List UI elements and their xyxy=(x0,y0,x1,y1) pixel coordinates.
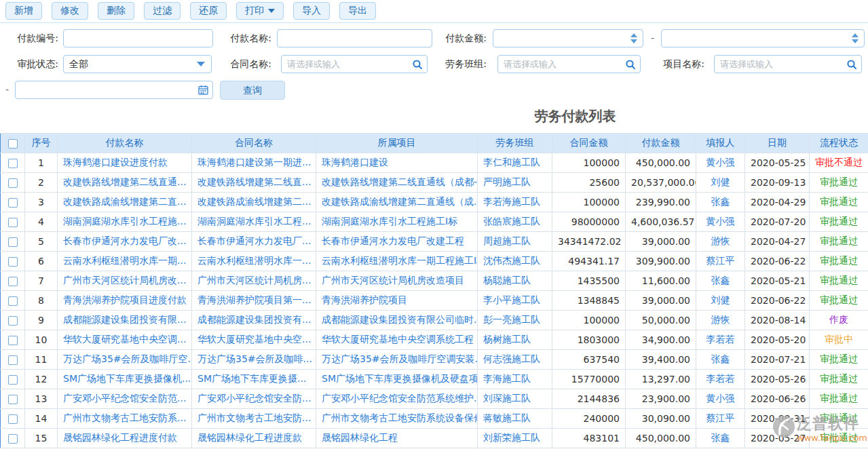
reporter-link[interactable]: 刘健 xyxy=(696,173,745,193)
row-checkbox[interactable] xyxy=(8,434,18,444)
reporter-link[interactable]: 游恢 xyxy=(696,232,745,252)
payment-amount-min-input[interactable] xyxy=(493,30,630,47)
payment-name-input[interactable] xyxy=(278,30,432,47)
reporter-link[interactable]: 黄小强 xyxy=(696,153,745,173)
project-name-link[interactable]: 长春市伊通河水力发电厂改建工程 xyxy=(316,232,478,252)
row-checkbox[interactable] xyxy=(8,198,18,208)
contract-name-link[interactable]: 广安邓小平纪念馆安全防... xyxy=(192,389,316,409)
payment-name-link[interactable]: 华软大厦研究基地中央空调... xyxy=(58,330,192,350)
labor-team-input[interactable] xyxy=(498,56,621,73)
contract-name-link[interactable]: SM广场地下车库更换摄... xyxy=(192,370,316,389)
row-checkbox[interactable] xyxy=(8,316,18,326)
reporter-link[interactable]: 刘健 xyxy=(696,291,745,311)
project-name-link[interactable]: 湖南洞庭湖水库引水工程施工I标 xyxy=(316,212,478,232)
approval-status-select[interactable]: 全部 xyxy=(63,55,212,73)
calendar-icon[interactable] xyxy=(193,81,212,98)
project-name-link[interactable]: 广州市天河区统计局机房改造项目 xyxy=(316,271,478,291)
contract-name-link[interactable]: 云南水利枢纽潜明水库一... xyxy=(192,252,316,271)
row-checkbox[interactable] xyxy=(8,178,18,188)
toolbar-button[interactable]: 修改 xyxy=(52,2,88,20)
row-checkbox[interactable] xyxy=(8,237,18,247)
search-icon[interactable] xyxy=(408,56,427,73)
project-name-input[interactable] xyxy=(715,56,842,73)
project-name-link[interactable]: SM广场地下车库更换摄像机及硬盘项目 xyxy=(316,370,478,389)
reporter-link[interactable]: 张鑫 xyxy=(696,193,745,212)
contract-name-input[interactable] xyxy=(282,56,408,73)
row-checkbox[interactable] xyxy=(8,375,18,385)
reporter-link[interactable]: 蔡江平 xyxy=(696,409,745,429)
row-checkbox[interactable] xyxy=(8,296,18,306)
query-button[interactable]: 查询 xyxy=(220,81,285,100)
contract-name-link[interactable]: 成都能源建设集团投资有... xyxy=(192,311,316,330)
payment-name-link[interactable]: 改建铁路线增建第二线直通... xyxy=(58,173,192,193)
reporter-link[interactable]: 张鑫 xyxy=(696,271,745,291)
reporter-link[interactable]: 黄小强 xyxy=(696,389,745,409)
reporter-link[interactable]: 张鑫 xyxy=(696,429,745,448)
labor-team-link[interactable]: 杨聪施工队 xyxy=(478,271,552,291)
labor-team-link[interactable]: 李小平施工队 xyxy=(478,291,552,311)
search-icon[interactable] xyxy=(621,56,640,73)
project-name-link[interactable]: 改建铁路线增建第二线直通线（成都-... xyxy=(316,173,478,193)
payment-name-link[interactable]: 青海洪湖养护院项目进度付款 xyxy=(58,291,192,311)
project-name-link[interactable]: 改建铁路成渝线增建第二直通线（成... xyxy=(316,193,478,212)
reporter-link[interactable]: 黄小强 xyxy=(696,212,745,232)
project-name-link[interactable]: 青海洪湖养护院项目 xyxy=(316,291,478,311)
toolbar-button[interactable]: 过滤 xyxy=(144,2,181,20)
payment-name-link[interactable]: 长春市伊通河水力发电厂改... xyxy=(58,232,192,252)
payment-name-link[interactable]: 晟铭园林绿化工程进度付款 xyxy=(58,429,192,448)
project-name-link[interactable]: 广安邓小平纪念馆安全防范系统维护... xyxy=(316,389,478,409)
labor-team-link[interactable]: 何志强施工队 xyxy=(478,350,552,370)
labor-team-link[interactable]: 彭一亮施工队 xyxy=(478,311,552,330)
contract-name-link[interactable]: 珠海鹤港口建设第一期进... xyxy=(192,153,316,173)
payment-name-link[interactable]: 广州市天河区统计局机房改... xyxy=(58,271,192,291)
row-checkbox[interactable] xyxy=(8,257,18,267)
row-checkbox[interactable] xyxy=(8,414,18,424)
row-checkbox[interactable] xyxy=(8,395,18,404)
project-name-link[interactable]: 成都能源建设集团投资有限公司临时... xyxy=(316,311,478,330)
toolbar-button[interactable]: 删除 xyxy=(98,2,134,20)
labor-team-link[interactable]: 周超施工队 xyxy=(478,232,552,252)
labor-team-link[interactable]: 杨树施工队 xyxy=(478,330,552,350)
contract-name-link[interactable]: 万达广场35#会所及咖啡... xyxy=(192,350,316,370)
labor-team-link[interactable]: 严明施工队 xyxy=(478,173,552,193)
payment-name-link[interactable]: 广安邓小平纪念馆安全防范... xyxy=(58,389,192,409)
payment-name-link[interactable]: 广州市文物考古工地安防系... xyxy=(58,409,192,429)
payment-name-link[interactable]: 云南水利枢纽潜明水库一期... xyxy=(58,252,192,271)
payment-name-link[interactable]: SM广场地下车库更换摄像机... xyxy=(58,370,192,389)
labor-team-link[interactable]: 沈伟杰施工队 xyxy=(478,252,552,271)
contract-name-link[interactable]: 湖南洞庭湖水库引水工程... xyxy=(192,212,316,232)
labor-team-link[interactable]: 张皓宸施工队 xyxy=(478,212,552,232)
contract-name-link[interactable]: 长春市伊通河水力发电厂... xyxy=(192,232,316,252)
reporter-link[interactable]: 李若若 xyxy=(696,370,745,389)
labor-team-link[interactable]: 蒋敏施工队 xyxy=(478,409,552,429)
toolbar-button[interactable]: 导出 xyxy=(339,2,376,20)
payment-name-link[interactable]: 珠海鹤港口建设进度付款 xyxy=(58,153,192,173)
toolbar-button[interactable]: 新增 xyxy=(5,2,42,20)
row-checkbox[interactable] xyxy=(8,277,18,286)
reporter-link[interactable]: 蔡江平 xyxy=(696,252,745,271)
project-name-link[interactable]: 华软大厦研究基地中央空调系统工程 xyxy=(316,330,478,350)
labor-team-link[interactable]: 刘琛施工队 xyxy=(478,389,552,409)
contract-name-link[interactable]: 晟铭园林绿化工程进度款 xyxy=(192,429,316,448)
payment-name-link[interactable]: 改建铁路成渝线增建第二直... xyxy=(58,193,192,212)
row-checkbox[interactable] xyxy=(8,159,18,168)
select-all-checkbox[interactable] xyxy=(8,139,18,149)
contract-name-link[interactable]: 改建铁路成渝线增建第二... xyxy=(192,193,316,212)
toolbar-button[interactable]: 还原 xyxy=(190,2,227,20)
labor-team-link[interactable]: 李若海施工队 xyxy=(478,193,552,212)
reporter-link[interactable]: 李若若 xyxy=(696,330,745,350)
contract-name-link[interactable]: 改建铁路线增建第二线直... xyxy=(192,173,316,193)
date-input[interactable] xyxy=(16,81,193,98)
row-checkbox[interactable] xyxy=(8,218,18,227)
payment-no-input[interactable] xyxy=(64,30,212,47)
payment-name-link[interactable]: 万达广场35#会所及咖啡厅空... xyxy=(58,350,192,370)
contract-name-link[interactable]: 广州市文物考古工地安防... xyxy=(192,409,316,429)
reporter-link[interactable]: 游恢 xyxy=(696,311,745,330)
contract-name-link[interactable]: 华软大厦研究基地中央空... xyxy=(192,330,316,350)
labor-team-link[interactable]: 刘新荣施工队 xyxy=(478,429,552,448)
project-name-link[interactable]: 晟铭园林绿化工程 xyxy=(316,429,478,448)
search-icon[interactable] xyxy=(842,56,861,73)
payment-amount-max-input[interactable] xyxy=(662,30,852,47)
number-stepper-icon[interactable] xyxy=(852,33,858,43)
project-name-link[interactable]: 广州市文物考古工地安防系统设备保修 xyxy=(316,409,478,429)
